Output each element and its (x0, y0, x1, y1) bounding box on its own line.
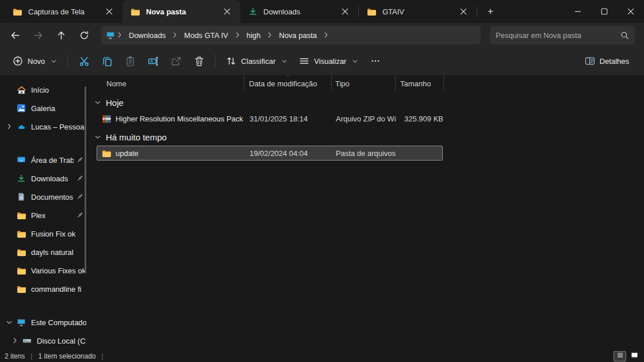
share-button[interactable] (164, 51, 187, 71)
tab-close-button[interactable] (456, 4, 471, 19)
view-list-icon (299, 56, 309, 66)
sidebar-item-label: Various Fixes ok (31, 266, 86, 275)
column-header-nome[interactable]: Nome (90, 75, 244, 92)
desktop-icon (16, 155, 26, 165)
paste-button[interactable] (118, 51, 141, 71)
refresh-button[interactable] (74, 26, 94, 44)
details-view-toggle[interactable] (614, 351, 626, 361)
sidebar-section: InícioGaleriaLucas – Pessoal (0, 82, 90, 134)
breadcrumb-chevron-icon[interactable] (171, 32, 178, 39)
tab-close-button[interactable] (102, 4, 117, 19)
sidebar-item-label: dayls natural (31, 248, 86, 257)
sidebar-item-dayls-natural[interactable]: dayls natural (1, 245, 86, 260)
chevron-down-icon[interactable] (5, 319, 14, 326)
sidebar-item-label: Início (31, 86, 86, 94)
home-icon (16, 85, 26, 95)
file-modified: 31/01/2025 18:14 (245, 115, 332, 123)
folder-icon (102, 148, 112, 158)
file-name-cell: Higher Resolution Miscellaneous Pack v2.… (97, 114, 245, 124)
new-button[interactable]: Novo (7, 51, 63, 71)
breadcrumb-item-mods-gta-iv[interactable]: Mods GTA IV (179, 29, 232, 41)
sidebar-item-in-cio[interactable]: Início (1, 82, 86, 97)
chevron-down-icon[interactable] (94, 134, 101, 140)
view-button[interactable]: Visualizar (293, 51, 364, 71)
sidebar-item-este-computador[interactable]: Este Computador (1, 315, 86, 330)
forward-button[interactable] (28, 26, 48, 44)
tab-nova-pasta[interactable]: Nova pasta (122, 0, 240, 23)
icons-view-toggle[interactable] (628, 351, 641, 361)
sidebar-item-plex[interactable]: Plex (1, 208, 86, 223)
rename-button[interactable]: A (141, 51, 164, 71)
file-name: update (116, 149, 139, 158)
breadcrumb-item-nova-pasta[interactable]: Nova pasta (274, 29, 321, 41)
file-row-higher-resolution-miscellaneous-pack-v2[interactable]: Higher Resolution Miscellaneous Pack v2.… (97, 111, 443, 126)
back-button[interactable] (5, 26, 25, 44)
sidebar-item-commandline-fi[interactable]: commandline fi (1, 281, 86, 296)
sidebar-item-label: commandline fi (31, 285, 86, 294)
tab-close-button[interactable] (220, 4, 235, 19)
breadcrumb-chevron-icon[interactable] (116, 32, 123, 39)
status-separator: | (102, 352, 103, 360)
breadcrumb-chevron-icon[interactable] (266, 32, 273, 39)
sidebar-item-downloads[interactable]: Downloads (1, 171, 86, 186)
column-header-label: Nome (106, 79, 126, 88)
group-header-hoje[interactable]: Hoje (90, 94, 644, 111)
breadcrumb-chevron-icon[interactable] (323, 32, 329, 39)
sidebar-item-label: Disco Local (C: (37, 337, 86, 345)
sidebar-item-documentos[interactable]: Documentos (1, 189, 86, 204)
more-options-button[interactable] (364, 51, 387, 71)
file-name: Higher Resolution Miscellaneous Pack v2.… (116, 115, 245, 123)
sidebar-item-galeria[interactable]: Galeria (1, 101, 86, 116)
address-bar: DownloadsMods GTA IVhighNova pasta (0, 23, 644, 47)
column-header-tamanho[interactable]: Tamanho (396, 75, 444, 92)
file-modified: 19/02/2024 04:04 (245, 149, 332, 158)
breadcrumb-item-downloads[interactable]: Downloads (124, 29, 170, 41)
sidebar-scrollbar[interactable] (85, 86, 86, 273)
details-pane-button[interactable]: Detalhes (579, 51, 635, 71)
file-row-update[interactable]: update19/02/2024 04:04Pasta de arquivos (97, 146, 443, 161)
tab-gtaiv[interactable]: GTAIV (359, 0, 477, 23)
minimize-button[interactable] (565, 0, 591, 23)
tab-close-button[interactable] (338, 4, 352, 19)
close-window-button[interactable] (618, 0, 644, 23)
chevron-down-icon (281, 58, 288, 64)
breadcrumb-item-high[interactable]: high (242, 29, 266, 41)
maximize-button[interactable] (591, 0, 618, 23)
monitor-icon[interactable] (106, 31, 115, 40)
sidebar-item-lucas-pessoal[interactable]: Lucas – Pessoal (1, 119, 86, 134)
tab-downloads[interactable]: Downloads (240, 0, 358, 23)
sidebar-item-label: Fusion Fix ok (31, 230, 86, 238)
details-view-icon (616, 352, 624, 360)
gallery-icon (16, 104, 26, 113)
column-header-label: Data de modificação (249, 79, 317, 88)
group-header-h-muito-tempo[interactable]: Há muito tempo (90, 128, 644, 146)
sidebar-item-rea-de-trabalho[interactable]: Área de Trabalho (1, 153, 86, 167)
search-box (490, 26, 635, 44)
sidebar-item-various-fixes-ok[interactable]: Various Fixes ok (1, 263, 86, 278)
chevron-right-icon[interactable] (5, 123, 14, 130)
up-button[interactable] (51, 26, 71, 44)
sidebar-item-fusion-fix-ok[interactable]: Fusion Fix ok (1, 226, 86, 241)
column-header-data-de-modifica-o[interactable]: Data de modificação (244, 75, 332, 92)
chevron-down-icon[interactable] (94, 99, 101, 106)
group-header-label: Há muito tempo (106, 132, 167, 142)
drive-icon (22, 336, 32, 345)
sidebar-item-disco-local-c[interactable]: Disco Local (C: (7, 333, 86, 348)
sort-icon (226, 56, 236, 66)
arrow-up-icon (56, 31, 66, 40)
chevron-right-icon[interactable] (10, 337, 20, 344)
breadcrumb[interactable]: DownloadsMods GTA IVhighNova pasta (101, 26, 481, 44)
column-header-tipo[interactable]: Tipo (332, 75, 396, 92)
new-tab-button[interactable]: + (481, 3, 500, 20)
cut-button[interactable] (72, 51, 95, 71)
sort-button[interactable]: Classificar (220, 51, 293, 71)
breadcrumb-chevron-icon[interactable] (234, 32, 241, 39)
delete-button[interactable] (187, 51, 210, 71)
search-input[interactable] (496, 31, 620, 40)
navigation-pane: InícioGaleriaLucas – PessoalÁrea de Trab… (0, 75, 90, 350)
copy-button[interactable] (95, 51, 118, 71)
tab-capturas-de-tela[interactable]: Capturas de Tela (5, 0, 122, 23)
file-size: 325.909 KB (396, 115, 443, 123)
close-icon (626, 7, 635, 16)
arrow-left-icon (10, 31, 20, 40)
